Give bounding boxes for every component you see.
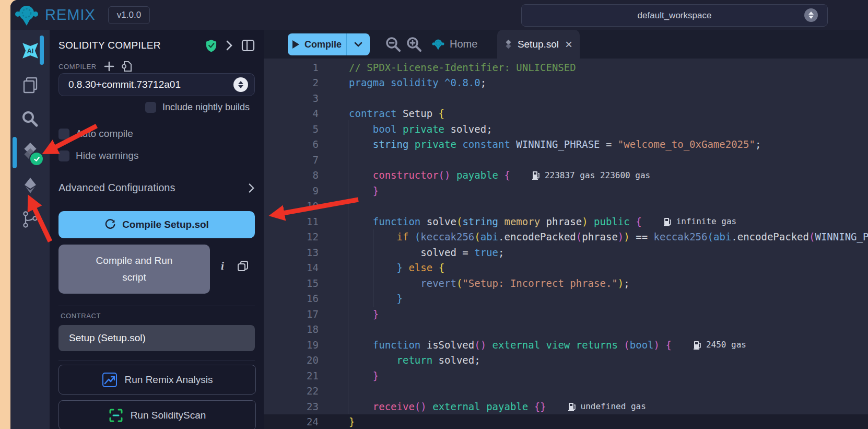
nightly-builds-label: Include nightly builds	[162, 102, 250, 113]
split-panel-icon[interactable]	[241, 39, 255, 52]
tab-setup-sol[interactable]: Setup.sol ×	[497, 30, 580, 59]
hide-warnings-label: Hide warnings	[76, 150, 138, 161]
add-compiler-icon[interactable]	[104, 61, 114, 72]
code-line[interactable]: 21 }	[264, 368, 868, 384]
shield-icon	[205, 39, 217, 52]
sidebar-item-file-explorer[interactable]	[10, 71, 50, 100]
code-line[interactable]: 18	[264, 322, 868, 338]
info-icon[interactable]: i	[221, 260, 224, 273]
line-number[interactable]: 8	[264, 169, 319, 181]
compile-button-main[interactable]: Compile	[288, 33, 346, 55]
code-text: }	[349, 185, 379, 196]
tab-close-icon[interactable]: ×	[565, 38, 572, 51]
code-line[interactable]: 5 bool private solved;	[264, 121, 868, 137]
tab-home[interactable]: Home	[432, 30, 477, 59]
run-remix-analysis-button[interactable]: Run Remix Analysis	[58, 365, 256, 395]
svg-text:AI: AI	[27, 48, 33, 55]
compiler-version-select[interactable]: 0.8.30+commit.73712a01	[58, 73, 255, 96]
remix-home-icon	[432, 38, 444, 51]
solidity-compiler-panel: SOLIDITY COMPILER COMPILER	[50, 30, 264, 429]
nightly-builds-checkbox[interactable]	[145, 102, 156, 113]
sidebar-item-search[interactable]	[10, 105, 50, 134]
hide-warnings-checkbox[interactable]	[58, 150, 69, 161]
nightly-builds-row: Include nightly builds	[145, 102, 250, 113]
code-line[interactable]: 11 function solve(string memory phrase) …	[264, 214, 868, 229]
gas-pump-icon	[694, 340, 701, 350]
run-solidityscan-button[interactable]: Run SolidityScan	[58, 400, 256, 429]
line-number[interactable]: 10	[264, 200, 319, 212]
line-number[interactable]: 4	[264, 108, 319, 119]
sidebar-item-deploy-and-run[interactable]	[10, 171, 50, 200]
line-number[interactable]: 22	[264, 385, 319, 397]
code-line[interactable]: 1// SPDX-License-Identifier: UNLICENSED	[264, 60, 868, 75]
gas-estimate: 223837 gas 223600 gas	[532, 170, 650, 180]
line-number[interactable]: 11	[264, 216, 319, 227]
compile-split-button[interactable]: Compile	[288, 33, 370, 55]
compile-button-dropdown[interactable]	[346, 33, 370, 55]
contract-select[interactable]: Setup (Setup.sol)	[58, 325, 255, 351]
code-line[interactable]: 4contract Setup {	[264, 106, 868, 122]
remix-logo-icon	[15, 3, 39, 27]
code-line[interactable]: 23 receive() external payable {}undefine…	[264, 399, 868, 414]
line-number[interactable]: 18	[264, 323, 319, 335]
sidebar-item-ai-assistant[interactable]: AI	[10, 36, 50, 65]
line-number[interactable]: 21	[264, 370, 319, 381]
line-number[interactable]: 17	[264, 308, 319, 320]
code-line[interactable]: 6 string private constant WINNING_PHRASE…	[264, 137, 868, 153]
code-line[interactable]: 22	[264, 384, 868, 399]
workspace-select-arrows-icon[interactable]	[804, 8, 818, 22]
code-line[interactable]: 14 } else {	[264, 260, 868, 276]
compile-button-label: Compile	[304, 39, 342, 50]
line-number[interactable]: 24	[264, 416, 319, 427]
compiler-file-icon[interactable]	[122, 60, 133, 73]
code-line[interactable]: 12 if (keccak256(abi.encodePacked(phrase…	[264, 229, 868, 245]
code-line[interactable]: 17 }	[264, 306, 868, 322]
line-number[interactable]: 20	[264, 354, 319, 366]
version-select-arrows-icon[interactable]	[233, 77, 248, 92]
line-number[interactable]: 3	[264, 92, 319, 104]
code-editor[interactable]: 1// SPDX-License-Identifier: UNLICENSED2…	[264, 59, 868, 429]
code-line[interactable]: 9 }	[264, 183, 868, 199]
code-line[interactable]: 2pragma solidity ^0.8.0;	[264, 75, 868, 91]
code-line[interactable]: 16 }	[264, 291, 868, 307]
code-line[interactable]: 20 return solved;	[264, 353, 868, 368]
sidebar-item-solidity-compiler[interactable]	[10, 137, 50, 166]
code-line[interactable]: 3	[264, 90, 868, 106]
compile-setup-button[interactable]: Compile Setup.sol	[58, 211, 255, 238]
workspace-select[interactable]: default_workspace	[521, 4, 828, 27]
code-line[interactable]: 15 revert("Setup: Incorrect phrase.");	[264, 275, 868, 291]
code-line[interactable]: 13 solved = true;	[264, 245, 868, 260]
code-line[interactable]: 24}	[264, 414, 868, 429]
line-number[interactable]: 23	[264, 401, 319, 412]
line-number[interactable]: 2	[264, 77, 319, 88]
line-number[interactable]: 12	[264, 231, 319, 242]
code-text: receive() external payable {}undefined g…	[349, 401, 646, 412]
zoom-out-icon[interactable]	[385, 36, 402, 53]
auto-compile-checkbox[interactable]	[58, 129, 69, 140]
line-number[interactable]: 13	[264, 247, 319, 258]
compile-and-run-script-button[interactable]: Compile and Run script	[58, 245, 210, 294]
refresh-icon	[104, 219, 116, 230]
chevron-right-icon[interactable]	[226, 40, 233, 51]
run-remix-analysis-label: Run Remix Analysis	[125, 374, 213, 386]
line-number[interactable]: 5	[264, 123, 319, 135]
advanced-configurations-toggle[interactable]: Advanced Configurations	[58, 182, 255, 194]
line-number[interactable]: 1	[264, 62, 319, 73]
line-number[interactable]: 6	[264, 138, 319, 150]
zoom-in-icon[interactable]	[406, 36, 423, 53]
line-number[interactable]: 15	[264, 277, 319, 289]
code-text: } else {	[349, 262, 444, 273]
line-number[interactable]: 14	[264, 262, 319, 273]
line-number[interactable]: 7	[264, 154, 319, 166]
tab-setup-sol-label: Setup.sol	[518, 39, 559, 50]
code-line[interactable]: 7	[264, 152, 868, 168]
code-line[interactable]: 10	[264, 199, 868, 214]
code-line[interactable]: 19 function isSolved() external view ret…	[264, 337, 868, 353]
line-number[interactable]: 9	[264, 185, 319, 196]
code-text: function isSolved() external view return…	[349, 339, 746, 351]
sidebar-item-git[interactable]	[10, 205, 50, 234]
code-line[interactable]: 8 constructor() payable {223837 gas 2236…	[264, 168, 868, 183]
line-number[interactable]: 16	[264, 293, 319, 304]
line-number[interactable]: 19	[264, 339, 319, 351]
copy-icon[interactable]	[237, 260, 249, 272]
